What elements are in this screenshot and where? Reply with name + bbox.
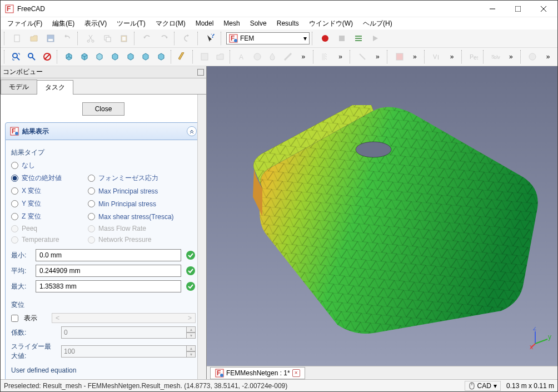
workbench-selector[interactable]: F FEM ▾ [226,32,310,44]
svg-rect-6 [14,35,19,42]
radio-z[interactable]: Z 変位 [11,212,78,221]
draw-style-icon[interactable] [40,49,54,64]
macro-record-icon[interactable] [317,31,333,46]
document-tab[interactable]: F FEMMeshNetgen : 1* × [210,367,305,379]
view-front-icon[interactable] [77,49,92,64]
radio-y[interactable]: Y 変位 [11,199,78,209]
folder-icon[interactable] [213,49,227,64]
overflow-5[interactable]: » [445,49,459,64]
menu-view[interactable]: 表示(V) [80,18,111,29]
whatsthis-icon[interactable]: ? [203,31,218,46]
view-iso-icon[interactable] [62,49,76,64]
max-value: 1.35383 mm [36,280,181,292]
thermal-icon[interactable] [392,49,407,64]
overflow-4[interactable]: » [407,49,422,64]
menu-model[interactable]: Model [191,18,218,28]
displacement-slider: <> [52,313,196,323]
undo-icon[interactable] [59,31,75,46]
menu-solve[interactable]: Solve [246,18,271,28]
save-icon[interactable] [43,31,58,46]
close-button[interactable] [531,1,556,17]
show-displacement-checkbox[interactable] [11,315,18,322]
refresh-icon[interactable] [180,31,195,46]
copy-icon[interactable] [99,31,115,46]
radio-x[interactable]: X 変位 [11,186,78,196]
beam-icon[interactable] [281,49,295,64]
view-right-icon[interactable] [108,49,122,64]
fit-all-icon[interactable] [9,49,24,64]
tab-model[interactable]: モデル [1,80,37,94]
close-button[interactable]: Close [82,102,125,116]
open-icon[interactable] [26,31,42,46]
tab-task[interactable]: タスク [37,80,73,95]
radio-minprincipal[interactable]: Min Principal stress [88,199,196,209]
fit-selection-icon[interactable] [24,49,39,64]
result-show-icon: F [10,127,19,136]
sphere-icon[interactable] [250,49,265,64]
menu-mesh[interactable]: Mesh [219,18,244,28]
material-icon[interactable]: A [235,49,249,64]
view-rear-icon[interactable] [123,49,138,64]
new-icon[interactable] [9,31,25,46]
radio-massflow: Mass Flow Rate [88,225,196,232]
solver-icon[interactable]: Solver [489,49,503,64]
svg-rect-30 [178,52,184,59]
overflow-3[interactable]: » [371,49,385,64]
overflow-6[interactable]: » [504,49,518,64]
macro-stop-icon[interactable] [334,31,350,46]
radio-abs[interactable]: 変位の絶対値 [11,173,78,183]
svg-rect-12 [106,37,111,42]
menu-edit[interactable]: 編集(E) [48,18,79,29]
overflow-2[interactable]: » [333,49,348,64]
view-bottom-icon[interactable] [138,49,153,64]
menu-file[interactable]: ファイル(F) [3,18,47,29]
3d-viewport[interactable]: z y x F FEMMeshNetgen : 1* × [207,66,557,379]
radio-maxshear[interactable]: Max shear stress(Tresca) [88,212,196,221]
svg-point-33 [254,53,261,60]
combo-view-header: コンボビュー [1,66,206,78]
cut-icon[interactable] [83,31,98,46]
radio-maxprincipal[interactable]: Max Principal stress [88,186,196,196]
svg-point-48 [186,282,195,291]
slider-max-spinbox: ▴▾ [61,345,196,358]
macro-list-icon[interactable] [351,31,366,46]
overflow-7[interactable]: » [541,49,555,64]
constraint-fixed-icon[interactable] [318,49,332,64]
chevron-up-icon[interactable] [187,126,197,136]
svg-rect-8 [48,39,53,41]
force-icon[interactable] [355,49,370,64]
menu-window[interactable]: ウインドウ(W) [305,18,357,29]
result-icon[interactable] [526,49,540,64]
menu-results[interactable]: Results [272,18,303,28]
menu-tools[interactable]: ツール(T) [112,18,150,29]
undo2-icon[interactable] [140,31,155,46]
svg-point-46 [186,251,195,260]
minimize-button[interactable] [480,1,505,17]
scrollbar[interactable] [197,95,206,379]
dock-float-icon[interactable] [197,69,204,76]
maximize-button[interactable] [505,1,531,17]
overflow-1[interactable]: » [296,49,311,64]
analysis-icon[interactable] [197,49,212,64]
tab-close-icon[interactable]: × [292,369,300,377]
menu-macro[interactable]: マクロ(M) [151,18,190,29]
pes-icon[interactable]: Pes [467,49,481,64]
radio-vonmises[interactable]: フォンミーゼス応力 [88,173,196,183]
radio-none[interactable]: なし [11,161,78,170]
combo-tabs: モデル タスク [1,78,206,95]
redo-icon[interactable] [156,31,172,46]
svg-line-29 [44,54,50,59]
vi-icon[interactable]: VI [430,49,444,64]
task-header[interactable]: F 結果表示 [5,122,202,140]
view-left-icon[interactable] [154,49,168,64]
nav-mode[interactable]: CAD ▾ [465,381,501,391]
status-message: Preselected: Result_mesh - FEMMeshNetgen… [4,382,459,390]
menu-help[interactable]: ヘルプ(H) [358,18,397,29]
fluid-icon[interactable] [266,49,280,64]
view-top-icon[interactable] [92,49,107,64]
macro-play-icon[interactable] [367,31,383,46]
status-bar: Preselected: Result_mesh - FEMMeshNetgen… [1,379,557,391]
paste-icon[interactable] [116,31,132,46]
workbench-label: FEM [240,34,254,42]
measure-icon[interactable] [176,49,190,64]
